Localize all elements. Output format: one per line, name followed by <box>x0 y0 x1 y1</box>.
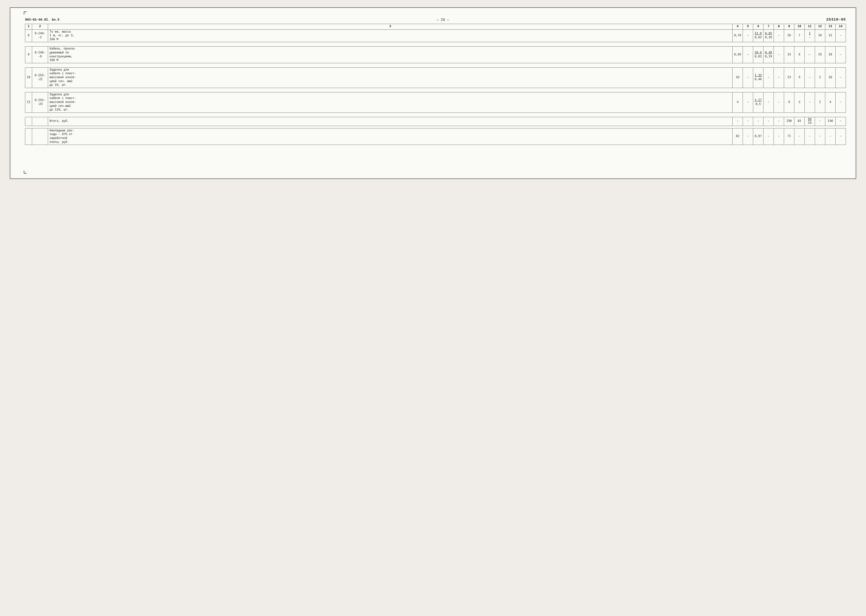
cell-r4-c6: – <box>753 117 764 126</box>
cell-r5-c14: – <box>836 128 846 145</box>
cell-r0-c5: – <box>743 30 753 42</box>
cell-r0-c9: I0 <box>784 30 794 42</box>
cell-r5-c6: 0,87 <box>753 128 764 145</box>
cell-r3-c14: – <box>836 92 846 113</box>
cell-r2-c4: I0 <box>732 68 743 88</box>
cell-r1-c10: 6 <box>794 47 805 63</box>
spacer-row <box>25 63 846 68</box>
cell-r2-c14: – <box>836 68 846 88</box>
header-row: 903-02-40.9I. Ал.5 — I8 — 25310-05 <box>25 15 846 22</box>
cell-r2-c10: 5 <box>794 68 805 88</box>
cell-r5-c8: – <box>774 128 784 145</box>
cell-r0-c6: I2.88,62 <box>753 30 764 42</box>
cell-r0-c11: I– <box>805 30 815 42</box>
cell-r2-c5: – <box>743 68 753 88</box>
spacer-row <box>25 126 846 128</box>
cell-r1-c8: – <box>774 47 784 63</box>
cell-r1-c11: –. <box>805 47 815 63</box>
cell-r3-c7: – <box>764 92 774 113</box>
cell-r4-c3: Итого, руб. <box>48 117 732 126</box>
table-row: Итого, руб.–––––I908250I9–I40– <box>25 117 846 126</box>
table-row: Накладные рас-ходы – 87% отзаработнойпла… <box>25 128 846 145</box>
cell-r4-c13: I40 <box>825 117 836 126</box>
cell-r5-c11: – <box>805 128 815 145</box>
cell-r0-c1: 8 <box>25 30 32 42</box>
spacer-row <box>25 42 846 47</box>
cell-r3-c10: 2 <box>794 92 805 113</box>
cell-r5-c2 <box>32 128 48 145</box>
doc-code: 25310-05 <box>826 18 846 22</box>
cell-r2-c11: – <box>805 68 815 88</box>
cell-r0-c12: I6 <box>815 30 825 42</box>
cell-r5-c10: – <box>794 128 805 145</box>
bottom-corner-mark <box>24 171 27 174</box>
top-corner-mark <box>24 11 27 14</box>
cell-r3-c6: 2,I70,5 <box>753 92 764 113</box>
cell-r0-c3: То же, массаI м, кг, до З,I00 М <box>48 30 732 42</box>
cell-r2-c6: I,330,46 <box>753 68 764 88</box>
cell-r3-c8: – <box>774 92 784 113</box>
spacer-row <box>25 113 846 117</box>
cell-r4-c11: 50I9 <box>805 117 815 126</box>
col-header-5: 5 <box>743 24 753 30</box>
cell-r5-c1 <box>25 128 32 145</box>
cell-r3-c4: 4 <box>732 92 743 113</box>
cell-r1-c5: – <box>743 47 753 63</box>
cell-r5-c4: 82 <box>732 128 743 145</box>
col-header-1: 1 <box>25 24 32 30</box>
cell-r2-c9: I3 <box>784 68 794 88</box>
cell-r3-c11: – <box>805 92 815 113</box>
doc-number: 903-02-40.9I. Ал.5 <box>25 18 59 22</box>
main-table: 1 2 3 4 5 6 7 8 9 10 11 12 13 14 88-I49-… <box>25 24 846 145</box>
page-center: — I8 — <box>437 18 449 22</box>
cell-r0-c8: – <box>774 30 784 42</box>
page: 903-02-40.9I. Ал.5 — I8 — 25310-05 1 2 3… <box>10 7 856 179</box>
cell-r5-c3: Накладные рас-ходы – 87% отзаработнойпла… <box>48 128 732 145</box>
cell-r3-c1: II <box>25 92 32 113</box>
spacer-row <box>25 88 846 92</box>
table-row: II8-I53--23Заделка длякабеля с пласт-мас… <box>25 92 846 113</box>
cell-r2-c8: – <box>774 68 784 88</box>
cell-r4-c8: – <box>774 117 784 126</box>
cell-r0-c7: 0,650,26 <box>764 30 774 42</box>
cell-r4-c2 <box>32 117 48 126</box>
cell-r4-c12: – <box>815 117 825 126</box>
col-header-4: 4 <box>732 24 743 30</box>
cell-r5-c13: – <box>825 128 836 145</box>
cell-r0-c13: I2 <box>825 30 836 42</box>
cell-r0-c4: 0,78 <box>732 30 743 42</box>
cell-r0-c2: 8-I49--2 <box>32 30 48 42</box>
cell-r1-c1: 9 <box>25 47 32 63</box>
table-header-row: 1 2 3 4 5 6 7 8 9 10 11 12 13 14 <box>25 24 846 30</box>
col-header-11: 11 <box>805 24 815 30</box>
cell-r1-c4: 0,65 <box>732 47 743 63</box>
col-header-12: 12 <box>815 24 825 30</box>
table-row: 88-I49--2То же, массаI м, кг, до З,I00 М… <box>25 30 846 42</box>
cell-r1-c12: I5 <box>815 47 825 63</box>
cell-r2-c7: – <box>764 68 774 88</box>
cell-r1-c7: 0,480,I9 <box>764 47 774 63</box>
cell-r0-c10: 7 <box>794 30 805 42</box>
col-header-14: 14 <box>836 24 846 30</box>
col-header-13: 13 <box>825 24 836 30</box>
cell-r1-c9: I3 <box>784 47 794 63</box>
col-header-8: 8 <box>774 24 784 30</box>
cell-r2-c3: Заделка длякабеля с пласт-массовой изоля… <box>48 68 732 88</box>
cell-r5-c5: – <box>743 128 753 145</box>
cell-r2-c12: I <box>815 68 825 88</box>
cell-r2-c2: 8-I53--2I <box>32 68 48 88</box>
cell-r3-c3: Заделка длякабеля с пласт-массовой изоля… <box>48 92 732 113</box>
cell-r0-c14: – <box>836 30 846 42</box>
cell-r4-c1 <box>25 117 32 126</box>
cell-r4-c14: – <box>836 117 846 126</box>
cell-r2-c13: I0 <box>825 68 836 88</box>
cell-r4-c9: I90 <box>784 117 794 126</box>
cell-r3-c12: I <box>815 92 825 113</box>
cell-r4-c7: – <box>764 117 774 126</box>
table-row: I08-I53--2IЗаделка длякабеля с пласт-мас… <box>25 68 846 88</box>
cell-r1-c14: – <box>836 47 846 63</box>
cell-r5-c12: – <box>815 128 825 145</box>
col-header-3: 3 <box>48 24 732 30</box>
col-header-9: 9 <box>784 24 794 30</box>
cell-r1-c2: 8-I48--9 <box>32 47 48 63</box>
